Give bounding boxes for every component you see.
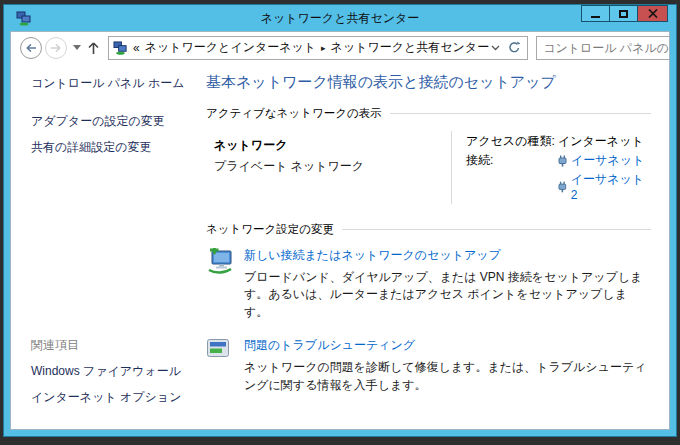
network-name: ネットワーク	[214, 137, 451, 154]
connection-link-ethernet-2[interactable]: イーサネット 2	[558, 171, 651, 202]
content-area: コントロール パネル ホーム アダプターの設定の変更 共有の詳細設定の変更 関連…	[11, 63, 669, 429]
sidebar-item-change-adapter-settings[interactable]: アダプターの設定の変更	[31, 113, 188, 130]
sidebar: コントロール パネル ホーム アダプターの設定の変更 共有の詳細設定の変更 関連…	[11, 63, 196, 429]
back-arrow-icon	[25, 43, 37, 53]
troubleshoot-problems-link[interactable]: 問題のトラブルシューティング	[244, 337, 651, 354]
refresh-icon[interactable]	[508, 41, 521, 54]
connection-label: イーサネット 2	[571, 171, 651, 202]
ethernet-plug-icon	[558, 181, 567, 193]
setup-new-connection-text: 新しい接続またはネットワークのセットアップ ブロードバンド、ダイヤルアップ、また…	[244, 247, 651, 321]
maximize-button[interactable]	[609, 5, 638, 22]
new-connection-icon	[206, 247, 244, 321]
setup-new-connection-description: ブロードバンド、ダイヤルアップ、または VPN 接続をセットアップします。あるい…	[244, 269, 651, 321]
page-title: 基本ネットワーク情報の表示と接続のセットアップ	[206, 73, 651, 92]
back-button[interactable]	[20, 37, 42, 59]
troubleshoot-icon	[206, 337, 244, 394]
navigation-toolbar: « ネットワークとインターネット ▸ ネットワークと共有センター	[11, 32, 669, 63]
address-location-icon	[113, 41, 128, 55]
breadcrumb: « ネットワークとインターネット ▸ ネットワークと共有センター	[133, 39, 489, 56]
sidebar-tasks: アダプターの設定の変更 共有の詳細設定の変更	[31, 113, 188, 165]
sidebar-item-control-panel-home[interactable]: コントロール パネル ホーム	[31, 75, 188, 92]
breadcrumb-network-and-internet[interactable]: ネットワークとインターネット	[145, 39, 316, 56]
active-networks-section-header: アクティブなネットワークの表示	[206, 106, 651, 121]
network-sharing-center-window: ネットワークと共有センター	[3, 4, 677, 437]
main-pane: 基本ネットワーク情報の表示と接続のセットアップ アクティブなネットワークの表示 …	[196, 63, 669, 429]
setup-new-connection-link[interactable]: 新しい接続またはネットワークのセットアップ	[244, 247, 651, 264]
see-also-header: 関連項目	[31, 337, 188, 354]
troubleshoot-problems-item: 問題のトラブルシューティング ネットワークの問題を診断して修復します。または、ト…	[206, 337, 651, 394]
ethernet-plug-icon	[558, 155, 567, 167]
minimize-button[interactable]	[581, 5, 610, 22]
up-button[interactable]	[87, 41, 100, 55]
setup-new-connection-item: 新しい接続またはネットワークのセットアップ ブロードバンド、ダイヤルアップ、また…	[206, 247, 651, 321]
network-identity: ネットワーク プライベート ネットワーク	[206, 131, 451, 204]
network-app-icon	[16, 11, 32, 26]
address-bar[interactable]: « ネットワークとインターネット ▸ ネットワークと共有センター	[108, 36, 528, 60]
title-bar: ネットワークと共有センター	[10, 5, 670, 31]
network-settings-section-header: ネットワーク設定の変更	[206, 222, 651, 237]
active-networks-section-title: アクティブなネットワークの表示	[206, 106, 382, 121]
connection-link-ethernet[interactable]: イーサネット	[558, 152, 651, 169]
address-bar-controls	[489, 41, 523, 54]
breadcrumb-separator-icon[interactable]: ▸	[321, 43, 326, 53]
minimize-icon	[591, 16, 600, 18]
window-title: ネットワークと共有センター	[10, 10, 670, 27]
connections-list: イーサネット イーサネット 2	[558, 152, 651, 202]
sidebar-spacer	[31, 165, 188, 337]
forward-button[interactable]	[45, 37, 67, 59]
network-settings-section-title: ネットワーク設定の変更	[206, 222, 334, 237]
nav-buttons	[20, 37, 100, 59]
close-button[interactable]	[637, 5, 668, 22]
sidebar-item-windows-firewall[interactable]: Windows ファイアウォール	[31, 363, 188, 380]
recent-pages-dropdown-icon[interactable]	[73, 45, 81, 50]
maximize-icon	[619, 10, 628, 18]
access-type-value: インターネット	[558, 133, 644, 150]
connections-label: 接続:	[466, 152, 558, 202]
breadcrumb-overflow-chevron[interactable]: «	[133, 41, 140, 55]
connection-label: イーサネット	[571, 152, 644, 169]
window-body: « ネットワークとインターネット ▸ ネットワークと共有センター	[10, 31, 670, 430]
connections-row: 接続: イーサネット	[466, 152, 651, 202]
troubleshoot-problems-text: 問題のトラブルシューティング ネットワークの問題を診断して修復します。または、ト…	[244, 337, 651, 394]
network-details: アクセスの種類: インターネット 接続:	[451, 131, 651, 204]
forward-arrow-icon	[50, 43, 62, 53]
search-box[interactable]	[536, 36, 670, 60]
sidebar-item-internet-options[interactable]: インターネット オプション	[31, 389, 188, 406]
section-divider	[342, 229, 651, 230]
active-network-block: ネットワーク プライベート ネットワーク アクセスの種類: インターネット 接続…	[206, 131, 651, 204]
network-type: プライベート ネットワーク	[214, 158, 451, 175]
close-icon	[648, 9, 658, 18]
access-type-row: アクセスの種類: インターネット	[466, 133, 651, 150]
sidebar-see-also: 関連項目 Windows ファイアウォール インターネット オプション	[31, 337, 188, 415]
sidebar-item-change-advanced-sharing[interactable]: 共有の詳細設定の変更	[31, 139, 188, 156]
window-controls	[581, 5, 668, 22]
breadcrumb-network-sharing-center[interactable]: ネットワークと共有センター	[331, 39, 490, 56]
access-type-label: アクセスの種類:	[466, 133, 558, 150]
address-dropdown-icon[interactable]	[491, 45, 500, 51]
troubleshoot-problems-description: ネットワークの問題を診断して修復します。または、トラブルシューティングに関する情…	[244, 359, 651, 394]
section-divider	[390, 113, 651, 114]
search-input[interactable]	[543, 41, 670, 55]
